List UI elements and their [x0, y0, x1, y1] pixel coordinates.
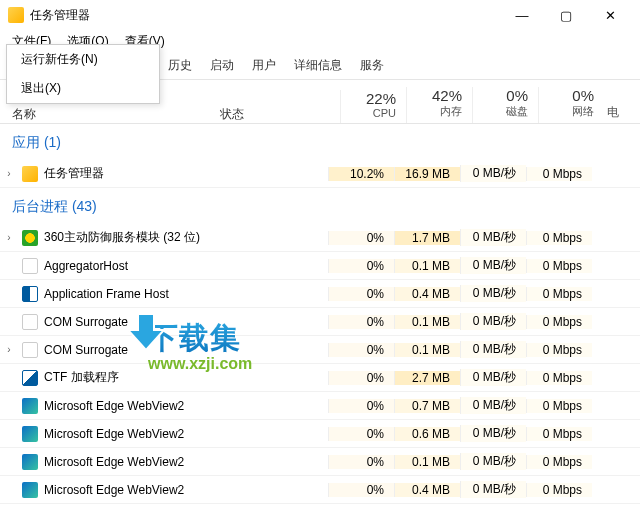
maximize-button[interactable]: ▢ — [544, 0, 588, 30]
net-percent: 0% — [539, 87, 594, 104]
process-name: 任务管理器 — [44, 165, 104, 182]
network-cell: 0 Mbps — [526, 427, 592, 441]
menu-exit[interactable]: 退出(X) — [7, 74, 159, 103]
process-name-cell: COM Surrogate — [18, 314, 328, 330]
process-name: Application Frame Host — [44, 287, 169, 301]
memory-cell: 0.1 MB — [394, 315, 460, 329]
memory-cell: 0.1 MB — [394, 455, 460, 469]
cpu-label: CPU — [341, 107, 396, 119]
table-row[interactable]: ›COM Surrogate0%0.1 MB0 MB/秒0 Mbps — [0, 336, 640, 364]
cpu-cell: 0% — [328, 427, 394, 441]
network-cell: 0 Mbps — [526, 399, 592, 413]
network-cell: 0 Mbps — [526, 455, 592, 469]
memory-cell: 0.4 MB — [394, 287, 460, 301]
table-row[interactable]: Microsoft Edge WebView20%0.4 MB0 MB/秒0 M… — [0, 476, 640, 504]
network-cell: 0 Mbps — [526, 167, 592, 181]
tab-details[interactable]: 详细信息 — [286, 53, 350, 78]
memory-cell: 0.7 MB — [394, 399, 460, 413]
tab-history[interactable]: 历史 — [160, 53, 200, 78]
disk-cell: 0 MB/秒 — [460, 453, 526, 470]
memory-cell: 2.7 MB — [394, 371, 460, 385]
col-network[interactable]: 0% 网络 — [538, 87, 604, 123]
cpu-cell: 0% — [328, 399, 394, 413]
memory-cell: 16.9 MB — [394, 167, 460, 181]
process-icon — [22, 482, 38, 498]
cpu-cell: 0% — [328, 371, 394, 385]
process-name: Microsoft Edge WebView2 — [44, 399, 184, 413]
network-cell: 0 Mbps — [526, 259, 592, 273]
process-icon — [22, 230, 38, 246]
table-row[interactable]: AggregatorHost0%0.1 MB0 MB/秒0 Mbps — [0, 252, 640, 280]
memory-cell: 0.4 MB — [394, 483, 460, 497]
table-row[interactable]: COM Surrogate0%0.1 MB0 MB/秒0 Mbps — [0, 308, 640, 336]
memory-cell: 0.1 MB — [394, 343, 460, 357]
memory-cell: 1.7 MB — [394, 231, 460, 245]
cpu-cell: 0% — [328, 343, 394, 357]
network-cell: 0 Mbps — [526, 231, 592, 245]
memory-cell: 0.6 MB — [394, 427, 460, 441]
process-name-cell: Microsoft Edge WebView2 — [18, 426, 328, 442]
menu-run-new-task[interactable]: 运行新任务(N) — [7, 45, 159, 74]
table-row[interactable]: Microsoft Edge WebView20%0.7 MB0 MB/秒0 M… — [0, 392, 640, 420]
cpu-cell: 10.2% — [328, 167, 394, 181]
cpu-cell: 0% — [328, 287, 394, 301]
file-menu-dropdown: 运行新任务(N) 退出(X) — [6, 44, 160, 104]
title-bar: 任务管理器 — ▢ ✕ — [0, 0, 640, 30]
mem-label: 内存 — [407, 104, 462, 119]
col-cpu[interactable]: 22% CPU — [340, 90, 406, 123]
table-row[interactable]: ›360主动防御服务模块 (32 位)0%1.7 MB0 MB/秒0 Mbps — [0, 224, 640, 252]
process-name-cell: COM Surrogate — [18, 342, 328, 358]
table-row[interactable]: ›任务管理器10.2%16.9 MB0 MB/秒0 Mbps — [0, 160, 640, 188]
col-extra[interactable]: 电 — [604, 104, 622, 123]
disk-cell: 0 MB/秒 — [460, 257, 526, 274]
table-row[interactable]: Microsoft Edge WebView20%0.1 MB0 MB/秒0 M… — [0, 448, 640, 476]
tab-services[interactable]: 服务 — [352, 53, 392, 78]
tab-users[interactable]: 用户 — [244, 53, 284, 78]
cpu-cell: 0% — [328, 315, 394, 329]
network-cell: 0 Mbps — [526, 343, 592, 357]
group-apps: 应用 (1) — [0, 124, 640, 160]
process-name-cell: AggregatorHost — [18, 258, 328, 274]
process-name-cell: CTF 加载程序 — [18, 369, 328, 386]
table-row[interactable]: Microsoft Edge WebView20%0.6 MB0 MB/秒0 M… — [0, 420, 640, 448]
disk-cell: 0 MB/秒 — [460, 165, 526, 182]
process-name-cell: Application Frame Host — [18, 286, 328, 302]
process-name: Microsoft Edge WebView2 — [44, 427, 184, 441]
process-icon — [22, 258, 38, 274]
group-background: 后台进程 (43) — [0, 188, 640, 224]
cpu-cell: 0% — [328, 455, 394, 469]
process-name: Microsoft Edge WebView2 — [44, 455, 184, 469]
close-button[interactable]: ✕ — [588, 0, 632, 30]
disk-label: 磁盘 — [473, 104, 528, 119]
table-row[interactable]: Application Frame Host0%0.4 MB0 MB/秒0 Mb… — [0, 280, 640, 308]
disk-cell: 0 MB/秒 — [460, 481, 526, 498]
process-name: COM Surrogate — [44, 343, 128, 357]
process-name: AggregatorHost — [44, 259, 128, 273]
disk-cell: 0 MB/秒 — [460, 397, 526, 414]
col-disk[interactable]: 0% 磁盘 — [472, 87, 538, 123]
expand-icon[interactable]: › — [0, 344, 18, 355]
process-icon — [22, 342, 38, 358]
tab-startup[interactable]: 启动 — [202, 53, 242, 78]
net-label: 网络 — [539, 104, 594, 119]
expand-icon[interactable]: › — [0, 168, 18, 179]
cpu-cell: 0% — [328, 259, 394, 273]
disk-cell: 0 MB/秒 — [460, 229, 526, 246]
table-row[interactable]: CTF 加载程序0%2.7 MB0 MB/秒0 Mbps — [0, 364, 640, 392]
process-icon — [22, 166, 38, 182]
expand-icon[interactable]: › — [0, 232, 18, 243]
col-name[interactable]: 名称 — [0, 106, 220, 123]
app-icon — [8, 7, 24, 23]
process-name-cell: Microsoft Edge WebView2 — [18, 398, 328, 414]
process-icon — [22, 426, 38, 442]
process-name-cell: 360主动防御服务模块 (32 位) — [18, 229, 328, 246]
disk-percent: 0% — [473, 87, 528, 104]
process-name-cell: 任务管理器 — [18, 165, 328, 182]
minimize-button[interactable]: — — [500, 0, 544, 30]
col-memory[interactable]: 42% 内存 — [406, 87, 472, 123]
network-cell: 0 Mbps — [526, 483, 592, 497]
col-status[interactable]: 状态 — [220, 106, 340, 123]
process-name: CTF 加载程序 — [44, 369, 119, 386]
process-icon — [22, 370, 38, 386]
process-icon — [22, 286, 38, 302]
